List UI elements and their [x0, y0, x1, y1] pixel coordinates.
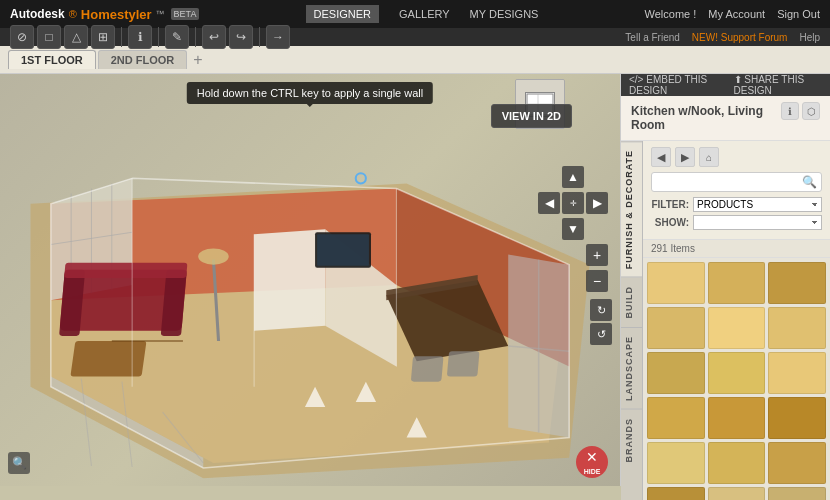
tool-btn-6[interactable]: ✎	[165, 25, 189, 49]
swatches-grid	[643, 258, 830, 500]
swatch-4[interactable]	[647, 307, 705, 349]
show-row: SHOW:	[651, 215, 822, 230]
zoom-in-button[interactable]: +	[586, 244, 608, 266]
zoom-out-button[interactable]: −	[586, 270, 608, 292]
undo-button[interactable]: ↩	[202, 25, 226, 49]
main-area: Hold down the CTRL key to apply a single…	[0, 74, 830, 486]
swatch-2[interactable]	[708, 262, 766, 304]
nav-gallery[interactable]: GALLERY	[399, 8, 450, 20]
tab-brands[interactable]: BRANDS	[621, 409, 642, 471]
swatch-6[interactable]	[768, 307, 826, 349]
tool-btn-1[interactable]: ⊘	[10, 25, 34, 49]
rotate-controls: ↻ ↺	[590, 299, 612, 466]
show-label: SHOW:	[651, 217, 689, 228]
sign-out-link[interactable]: Sign Out	[777, 8, 820, 20]
redo-button[interactable]: ↪	[229, 25, 253, 49]
search-icon[interactable]: 🔍	[802, 175, 817, 189]
tool-btn-3[interactable]: △	[64, 25, 88, 49]
swatch-13[interactable]	[647, 442, 705, 484]
nav-designer[interactable]: DESIGNER	[306, 5, 379, 23]
tab-content: ◀ ▶ ⌂ 🔍 FILTER: PRODUCTS ALL	[643, 141, 830, 500]
main-nav-links: DESIGNER GALLERY MY DESIGNS	[306, 5, 539, 23]
swatch-5[interactable]	[708, 307, 766, 349]
vertical-tabs-area: FURNISH & DECORATE BUILD LANDSCAPE BRAND…	[621, 141, 830, 500]
tab-furnish-decorate[interactable]: FURNISH & DECORATE	[621, 141, 642, 277]
beta-badge: BETA	[171, 8, 200, 20]
search-area: ◀ ▶ ⌂ 🔍 FILTER: PRODUCTS ALL	[643, 141, 830, 240]
nav-my-designs[interactable]: MY DESIGNS	[470, 8, 539, 20]
rotate-ccw-button[interactable]: ↺	[590, 323, 612, 345]
items-count: 291 Items	[643, 240, 830, 258]
home-button[interactable]: ⌂	[699, 147, 719, 167]
tab-build[interactable]: BUILD	[621, 277, 642, 327]
floor-tabs: 1ST FLOOR 2ND FLOOR +	[0, 46, 830, 74]
pan-center-button[interactable]: ✛	[562, 192, 584, 214]
search-row: 🔍	[651, 172, 822, 192]
panel-title: Kitchen w/Nook, Living Room	[631, 104, 781, 132]
panel-info-button[interactable]: ℹ	[781, 102, 799, 120]
canvas-search-icon[interactable]: 🔍	[8, 452, 30, 474]
canvas-area[interactable]: Hold down the CTRL key to apply a single…	[0, 74, 620, 486]
logo-area: Autodesk ® Homestyler ™ BETA	[10, 7, 199, 22]
swatch-3[interactable]	[768, 262, 826, 304]
hide-icon: ✕	[586, 449, 598, 465]
floor-plan-view[interactable]	[0, 74, 620, 486]
search-input[interactable]	[656, 176, 802, 188]
floor-tab-1st[interactable]: 1ST FLOOR	[8, 50, 96, 69]
tab-landscape[interactable]: LANDSCAPE	[621, 327, 642, 409]
swatch-9[interactable]	[768, 352, 826, 394]
svg-rect-24	[447, 351, 480, 376]
side-panel: </> EMBED THIS DESIGN ⬆ SHARE THIS DESIG…	[620, 74, 830, 486]
pan-right-button[interactable]: ▶	[586, 192, 608, 214]
top-right-links: Welcome ! My Account Sign Out	[645, 8, 820, 20]
hide-button[interactable]: ✕ HIDE	[576, 446, 608, 478]
pan-up-button[interactable]: ▲	[562, 166, 584, 188]
tool-btn-9[interactable]: →	[266, 25, 290, 49]
view-2d-button[interactable]: VIEW IN 2D	[491, 104, 572, 128]
swatch-18[interactable]	[768, 487, 826, 500]
floor-tab-2nd[interactable]: 2ND FLOOR	[98, 50, 188, 69]
help-link[interactable]: Help	[799, 32, 820, 43]
hide-label: HIDE	[584, 468, 601, 475]
toolbar-separator-2	[158, 27, 159, 47]
tab-bar: FURNISH & DECORATE BUILD LANDSCAPE BRAND…	[621, 141, 643, 500]
panel-grid-button[interactable]: ⬡	[802, 102, 820, 120]
svg-rect-20	[317, 234, 369, 266]
tool-btn-2[interactable]: □	[37, 25, 61, 49]
svg-point-18	[198, 248, 228, 264]
add-floor-button[interactable]: +	[189, 51, 206, 69]
floor-plan-svg	[0, 74, 620, 486]
swatch-11[interactable]	[708, 397, 766, 439]
swatch-14[interactable]	[708, 442, 766, 484]
back-button[interactable]: ◀	[651, 147, 671, 167]
top-right-sub: Tell a Friend NEW! Support Forum Help	[625, 32, 820, 43]
tell-friend-link[interactable]: Tell a Friend	[625, 32, 679, 43]
support-forum-link[interactable]: NEW! Support Forum	[692, 32, 788, 43]
toolbar-separator	[121, 27, 122, 47]
filter-select[interactable]: PRODUCTS ALL BRANDS	[693, 197, 822, 212]
tool-btn-4[interactable]: ⊞	[91, 25, 115, 49]
svg-point-35	[356, 173, 366, 183]
panel-nav-buttons: ℹ ⬡	[781, 102, 820, 120]
welcome-link[interactable]: Welcome !	[645, 8, 697, 20]
tool-btn-5[interactable]: ℹ	[128, 25, 152, 49]
pan-down-button[interactable]: ▼	[562, 218, 584, 240]
swatch-1[interactable]	[647, 262, 705, 304]
swatch-7[interactable]	[647, 352, 705, 394]
pan-left-button[interactable]: ◀	[538, 192, 560, 214]
swatch-10[interactable]	[647, 397, 705, 439]
share-this-design-button[interactable]: ⬆ SHARE THIS DESIGN	[734, 74, 823, 96]
swatch-12[interactable]	[768, 397, 826, 439]
tm-mark: ™	[156, 9, 165, 19]
swatch-8[interactable]	[708, 352, 766, 394]
swatch-15[interactable]	[768, 442, 826, 484]
autodesk-logo: Autodesk	[10, 7, 65, 21]
rotate-cw-button[interactable]: ↻	[590, 299, 612, 321]
embed-this-design-button[interactable]: </> EMBED THIS DESIGN	[629, 74, 724, 96]
my-account-link[interactable]: My Account	[708, 8, 765, 20]
swatch-17[interactable]	[708, 487, 766, 500]
forward-button[interactable]: ▶	[675, 147, 695, 167]
show-select[interactable]	[693, 215, 822, 230]
panel-header: Kitchen w/Nook, Living Room ℹ ⬡	[621, 96, 830, 141]
swatch-16[interactable]	[647, 487, 705, 500]
